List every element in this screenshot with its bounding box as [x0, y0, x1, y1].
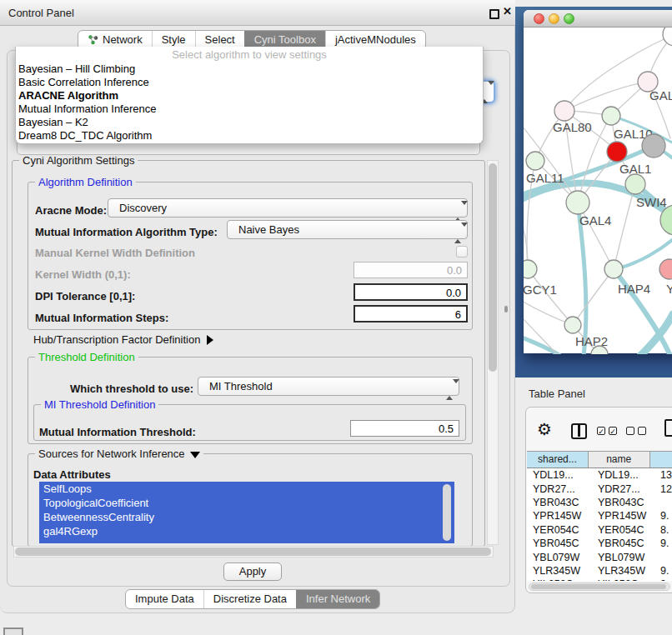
table-cell: YDL19... [527, 469, 592, 481]
algorithm-list: Bayesian – Hill ClimbingBasic Correlatio… [16, 62, 483, 142]
network-node-hap2[interactable] [564, 317, 581, 333]
network-edge[interactable] [524, 318, 557, 354]
attribute-item-topologicalcoefficient[interactable]: TopologicalCoefficient [39, 496, 454, 510]
mi-algorithm-type-value: Naive Bayes [238, 223, 299, 236]
table-row[interactable]: YDL19...YDL19...13 [527, 468, 672, 482]
close-icon[interactable]: ✕ [503, 6, 512, 18]
select-all-checkboxes-icon[interactable]: ✓✓ [597, 427, 617, 435]
columns-icon[interactable] [571, 423, 587, 439]
manual-kernel-width-checkbox[interactable] [456, 246, 468, 258]
settings-horizontal-scrollbar-thumb[interactable] [15, 548, 491, 556]
splitpane-handle[interactable] [504, 306, 508, 312]
network-node[interactable] [625, 174, 645, 194]
node-label-gcy1: GCY1 [524, 282, 557, 297]
network-canvas[interactable]: GAL7GAL80GAL10GAL1GAL11SWI4GAL4GCY1HAP4Y… [524, 28, 672, 354]
table-row[interactable]: YLR345WYLR345W9. [527, 564, 672, 578]
tab-infer-network[interactable]: Infer Network [296, 590, 379, 608]
table-header: shared...name [527, 451, 672, 468]
tab-impute-data[interactable]: Impute Data [126, 590, 203, 608]
algorithm-option-bayesian-k2[interactable]: Bayesian – K2 [16, 116, 483, 129]
kernel-width-input[interactable]: 0.0 [354, 262, 468, 278]
node-label-gal7: GAL7 [649, 88, 672, 102]
tab-discretize-data[interactable]: Discretize Data [203, 590, 296, 608]
network-edge[interactable] [528, 269, 573, 325]
table-row[interactable]: YBL079WYBL079W [527, 550, 672, 563]
network-node-gal10[interactable] [602, 107, 620, 125]
table-panel-title: Table Panel [529, 388, 585, 400]
table-row[interactable]: YIL052CYIL052C9 [527, 578, 672, 581]
mi-threshold-input[interactable]: 0.5 [350, 420, 459, 437]
which-threshold-label: Which threshold to use: [70, 382, 193, 395]
document-icon[interactable] [664, 419, 672, 437]
attribute-item-gal4rgexp[interactable]: gal4RGexp [39, 524, 454, 538]
algorithm-option-basic-correlation-inference[interactable]: Basic Correlation Inference [16, 76, 483, 89]
table-horizontal-scrollbar-thumb[interactable] [531, 584, 666, 589]
expander-arrow-icon [207, 335, 213, 345]
group-title: Threshold Definition [35, 351, 138, 363]
column-header-2[interactable] [650, 452, 672, 468]
network-view-window: GAL7GAL80GAL10GAL1GAL11SWI4GAL4GCY1HAP4Y… [524, 10, 672, 353]
sources-collapser[interactable]: Sources for Network Inference [35, 448, 203, 460]
column-header-shared[interactable]: shared... [527, 452, 589, 468]
table-cell: YLR345W [592, 565, 657, 577]
mi-algorithm-type-label: Mutual Information Algorithm Type: [35, 226, 218, 238]
network-node-gal11[interactable] [526, 152, 544, 170]
attribute-item-selfloops[interactable]: SelfLoops [39, 482, 454, 496]
column-header-name[interactable]: name [589, 452, 650, 468]
algorithm-option-aracne-algorithm[interactable]: ARACNE Algorithm [16, 89, 483, 102]
aracne-mode-label: Aracne Mode: [35, 204, 107, 217]
attributes-scrollbar[interactable] [443, 484, 451, 541]
data-attributes-list: SelfLoopsTopologicalCoefficientBetweenne… [39, 482, 454, 543]
close-traffic-light-icon[interactable] [534, 13, 544, 24]
network-node-gal4[interactable] [566, 191, 589, 214]
deselect-all-checkboxes-icon[interactable] [626, 427, 646, 435]
float-window-icon[interactable] [489, 9, 499, 19]
network-node-gal80[interactable] [554, 101, 574, 121]
algorithm-dropdown-popup: Select algorithm to view settings Bayesi… [15, 47, 484, 144]
table-row[interactable]: YER054CYER054C8. [527, 523, 672, 537]
network-node[interactable] [642, 134, 665, 158]
table-body: YDL19...YDL19...13YDR27...YDR27...12YBR0… [527, 468, 672, 581]
table-horizontal-scrollbar[interactable] [529, 582, 670, 591]
algorithm-option-bayesian-hill-climbing[interactable]: Bayesian – Hill Climbing [16, 62, 483, 76]
gear-icon[interactable]: ⚙ [537, 420, 552, 438]
network-node-y[interactable] [659, 259, 672, 279]
which-threshold-select[interactable]: MI Threshold [198, 377, 459, 396]
network-node-gcy1[interactable] [524, 260, 537, 278]
stepper-arrows-icon [454, 202, 461, 220]
table-cell: 9. [657, 510, 669, 522]
network-edge[interactable] [573, 269, 614, 325]
group-title: MI Threshold Definition [41, 398, 158, 411]
apply-button[interactable]: Apply [223, 562, 282, 581]
collapse-arrow-icon [190, 452, 200, 458]
mi-steps-input[interactable]: 6 [354, 305, 468, 322]
settings-vertical-scrollbar-thumb[interactable] [489, 163, 497, 372]
node-label-gal11: GAL11 [526, 171, 564, 185]
panel-title: Control Panel [8, 7, 74, 19]
table-row[interactable]: YBR043CYBR043C [527, 496, 672, 509]
mi-algorithm-type-select[interactable]: Naive Bayes [227, 220, 468, 239]
network-node-gal1[interactable] [607, 142, 627, 162]
dpi-tolerance-input[interactable]: 0.0 [354, 283, 468, 301]
aracne-mode-value: Discovery [119, 202, 167, 214]
minimize-traffic-light-icon[interactable] [549, 13, 559, 24]
attribute-item-betweennesscentrality[interactable]: BetweennessCentrality [39, 510, 454, 524]
table-row[interactable]: YBR045CYBR045C9. [527, 537, 672, 550]
table-row[interactable]: YPR145WYPR145W9. [527, 509, 672, 522]
table-cell: 12 [657, 483, 672, 495]
taskbar-mini-icon[interactable] [3, 628, 23, 635]
network-window-titlebar[interactable] [524, 10, 672, 28]
hub-definition-expander[interactable]: Hub/Transcription Factor Definition [33, 333, 213, 346]
zoom-traffic-light-icon[interactable] [564, 13, 574, 24]
network-node[interactable] [663, 28, 672, 46]
table-cell: YPR145W [527, 510, 592, 522]
network-node-hap4[interactable] [604, 260, 623, 278]
manual-kernel-width-label: Manual Kernel Width Definition [35, 247, 195, 259]
algorithm-option-dream8-dc-tdc-algorithm[interactable]: Dream8 DC_TDC Algorithm [16, 129, 483, 142]
table-cell: 13 [657, 469, 672, 481]
network-edge[interactable] [614, 184, 635, 269]
algorithm-option-mutual-information-inference[interactable]: Mutual Information Inference [16, 102, 483, 116]
table-row[interactable]: YDR27...YDR27...12 [527, 482, 672, 495]
application-window: Control Panel ✕ NetworkStyleSelectCyni T… [0, 0, 672, 635]
aracne-mode-select[interactable]: Discovery [108, 198, 468, 218]
